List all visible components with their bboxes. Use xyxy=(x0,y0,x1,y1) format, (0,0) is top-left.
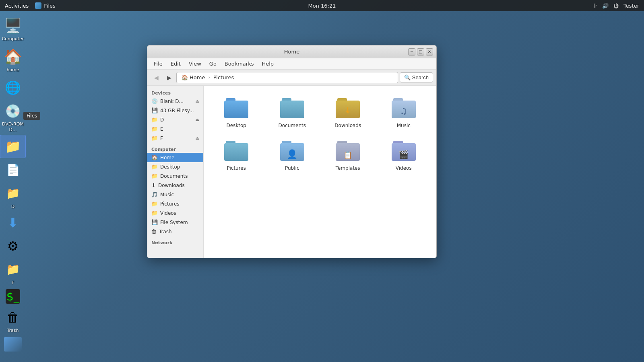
f-folder-label: F xyxy=(12,280,14,285)
eject-f[interactable]: ⏏ xyxy=(196,136,199,140)
folder-pictures[interactable]: Pictures xyxy=(210,135,263,174)
search-icon: 🔍 xyxy=(404,74,411,80)
folder-templates[interactable]: 📋 Templates xyxy=(322,135,374,174)
activities-button[interactable]: Activities xyxy=(5,3,29,9)
desktop-icon-home[interactable]: 🏠 home xyxy=(0,45,26,74)
dvd-icon: 💿 xyxy=(3,101,23,121)
menu-help[interactable]: Help xyxy=(258,60,277,68)
menu-file[interactable]: File xyxy=(151,60,166,68)
titlebar-buttons: ─ □ ✕ xyxy=(408,48,433,56)
sidebar-section-devices: Devices xyxy=(147,89,203,97)
sidebar-item-d[interactable]: 📁 D ⏏ xyxy=(147,115,203,124)
menubar: File Edit View Go Bookmarks Help xyxy=(147,58,436,70)
sidebar-item-desktop[interactable]: 📁 Desktop xyxy=(147,162,203,171)
videos-sidebar-icon: 📁 xyxy=(151,210,158,216)
desktop-icon-dvd[interactable]: 💿 DVD-ROMD... xyxy=(0,100,26,134)
power-icon[interactable]: ⏻ xyxy=(613,3,619,9)
f-sidebar-icon: 📁 xyxy=(151,135,158,141)
documents-folder-icon xyxy=(279,95,305,121)
folder-music[interactable]: ♫ Music xyxy=(378,92,430,132)
volume-icon[interactable]: 🔊 xyxy=(602,3,609,9)
eject-blank-d[interactable]: ⏏ xyxy=(196,99,199,103)
desktop-icon-blank-doc[interactable]: 📄 xyxy=(0,159,26,181)
sidebar-item-documents[interactable]: 📁 Documents xyxy=(147,171,203,181)
maximize-button[interactable]: □ xyxy=(417,48,424,56)
dvd-label: DVD-ROMD... xyxy=(2,121,24,132)
pictures-sidebar-icon: 📁 xyxy=(151,201,158,207)
breadcrumb-sub[interactable]: Pictures xyxy=(212,74,235,81)
topbar: Activities Files Mon 16:21 fr 🔊 ⏻ Tester xyxy=(0,0,644,11)
terminal-icon: $_ xyxy=(6,289,20,304)
computer-label: Computer xyxy=(2,36,24,41)
desktop-icon-f-folder[interactable]: 📁 F xyxy=(0,258,26,287)
sidebar-item-home[interactable]: 🏠 Home xyxy=(147,153,203,162)
downloads-folder-icon: ↓ xyxy=(335,95,361,121)
menu-go[interactable]: Go xyxy=(206,60,220,68)
desktop-icon-computer[interactable]: 🖥️ Computer xyxy=(0,14,26,43)
desktop-icon-download[interactable]: ⬇ xyxy=(0,212,26,234)
desktop-icon-d-drive[interactable]: 📁 D xyxy=(0,182,26,211)
documents-folder-label: Documents xyxy=(279,123,306,128)
back-button[interactable]: ◀ xyxy=(151,72,162,83)
menu-bookmarks[interactable]: Bookmarks xyxy=(221,60,257,68)
desktop-icon-d-folder[interactable]: 📁 xyxy=(0,135,26,158)
pictures-folder-icon xyxy=(223,138,249,164)
sidebar-item-pictures[interactable]: 📁 Pictures xyxy=(147,199,203,208)
sidebar-documents-label: Documents xyxy=(160,173,188,179)
folder-desktop[interactable]: Desktop xyxy=(210,92,263,132)
folder-videos[interactable]: 🎬 Videos xyxy=(378,135,430,174)
home-breadcrumb-icon: 🏠 xyxy=(182,74,188,80)
downloads-folder-label: Downloads xyxy=(334,123,361,128)
home-sidebar-icon: 🏠 xyxy=(151,154,158,160)
download-app-icon: ⬇ xyxy=(3,213,23,232)
f-folder-icon: 📁 xyxy=(3,260,23,279)
desktop-folder-icon xyxy=(223,95,249,121)
download-arrow: ↓ xyxy=(345,105,351,115)
sidebar-item-e[interactable]: 📁 E xyxy=(147,124,203,134)
pictures-folder-label: Pictures xyxy=(227,165,246,171)
blank-d-icon: 💿 xyxy=(151,98,158,104)
sidebar-item-f[interactable]: 📁 F ⏏ xyxy=(147,134,203,143)
close-button[interactable]: ✕ xyxy=(426,48,433,56)
eject-d[interactable]: ⏏ xyxy=(196,117,199,122)
public-folder-icon: 👤 xyxy=(279,138,305,164)
sidebar: Devices 💿 Blank D... ⏏ 💾 43 GB Filesy...… xyxy=(147,86,204,258)
sidebar-trash-label: Trash xyxy=(159,229,172,234)
clock: Mon 16:21 xyxy=(308,3,336,9)
desktop-icon-display[interactable] xyxy=(0,335,26,353)
sidebar-filesystem-label: File System xyxy=(160,220,188,225)
folder-downloads[interactable]: ↓ Downloads xyxy=(322,92,374,132)
breadcrumb-bar: 🏠 Home › Pictures xyxy=(176,72,398,83)
search-button[interactable]: 🔍 Search xyxy=(400,72,433,82)
sidebar-item-downloads[interactable]: ⬇ Downloads xyxy=(147,181,203,190)
breadcrumb-home[interactable]: 🏠 Home xyxy=(180,74,206,81)
sidebar-d-label: D xyxy=(160,117,164,123)
sidebar-item-blank-d[interactable]: 💿 Blank D... ⏏ xyxy=(147,97,203,106)
lang-indicator: fr xyxy=(593,3,597,9)
desktop-icon-trash[interactable]: 🗑 Trash xyxy=(0,306,26,335)
breadcrumb-separator: › xyxy=(208,75,210,80)
desktop-icon-network[interactable]: 🌐 xyxy=(0,76,26,99)
forward-button[interactable]: ▶ xyxy=(163,72,175,83)
sidebar-section-network: Network xyxy=(147,239,203,246)
folder-public[interactable]: 👤 Public xyxy=(266,135,319,174)
desktop: Activities Files Mon 16:21 fr 🔊 ⏻ Tester… xyxy=(0,0,644,362)
user-name[interactable]: Tester xyxy=(623,3,639,9)
desktop-icon-settings[interactable]: ⚙ xyxy=(0,235,26,257)
search-label: Search xyxy=(412,74,429,80)
sidebar-item-43gb[interactable]: 💾 43 GB Filesy... xyxy=(147,106,203,115)
sidebar-item-music[interactable]: 🎵 Music xyxy=(147,190,203,199)
sidebar-home-label: Home xyxy=(160,155,174,160)
window-title: Home xyxy=(284,49,299,55)
sidebar-item-filesystem[interactable]: 💾 File System xyxy=(147,218,203,227)
minimize-button[interactable]: ─ xyxy=(408,48,415,56)
menu-view[interactable]: View xyxy=(186,60,204,68)
d-folder-icon: 📁 xyxy=(3,137,23,156)
folder-documents[interactable]: Documents xyxy=(266,92,319,132)
breadcrumb-sub-label: Pictures xyxy=(213,74,234,80)
sidebar-item-videos[interactable]: 📁 Videos xyxy=(147,208,203,218)
sidebar-e-label: E xyxy=(160,126,163,132)
desktop-icon-terminal[interactable]: $_ xyxy=(0,288,26,305)
menu-edit[interactable]: Edit xyxy=(167,60,184,68)
sidebar-item-trash[interactable]: 🗑 Trash xyxy=(147,227,203,236)
